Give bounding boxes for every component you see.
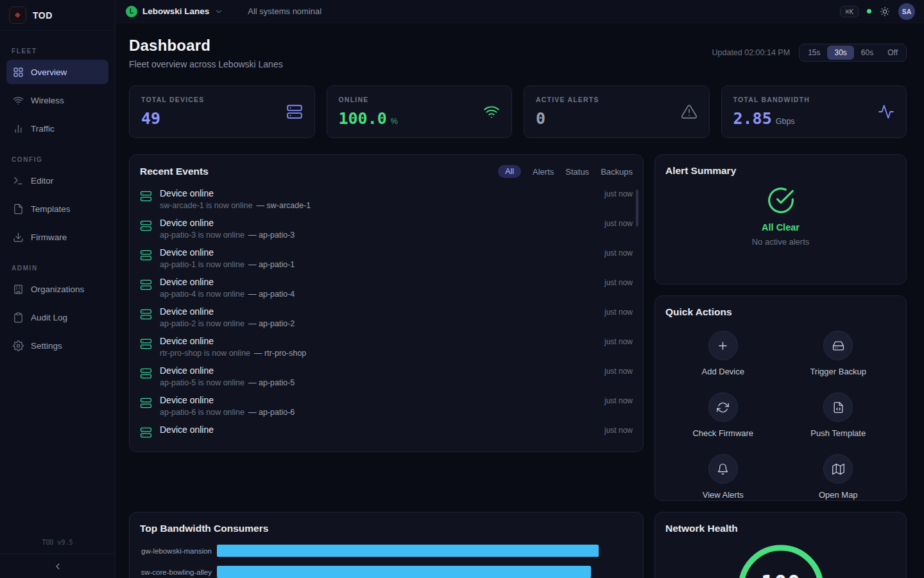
event-detail: rtr-pro-shop is now online — [160, 349, 250, 358]
network-health-gauge: 100 — [665, 539, 896, 578]
server-icon — [140, 397, 152, 409]
bandwidth-bar — [217, 545, 599, 557]
event-row[interactable]: Device online ap-patio-5 is now online— … — [140, 362, 633, 391]
quick-action-push-template[interactable]: Push Template — [781, 392, 896, 438]
map-icon — [832, 463, 844, 475]
events-scrollbar[interactable] — [636, 189, 638, 227]
event-detail: sw-arcade-1 is now online — [160, 201, 253, 210]
theme-toggle-sun-icon[interactable] — [880, 6, 890, 17]
event-row[interactable]: Device online just now — [140, 421, 633, 450]
event-row[interactable]: Device online sw-arcade-1 is now online—… — [140, 184, 633, 214]
hard-drive-icon — [832, 340, 844, 352]
tab-all[interactable]: All — [498, 165, 521, 178]
event-title: Device online — [160, 247, 597, 258]
refresh-option-60s[interactable]: 60s — [854, 46, 880, 60]
refresh-option-off[interactable]: Off — [880, 46, 905, 60]
stat-card-active-alerts: ACTIVE ALERTS 0 — [524, 85, 710, 138]
stat-value: 0 — [536, 109, 545, 128]
sidebar-item-overview[interactable]: Overview — [6, 60, 108, 84]
tab-alerts[interactable]: Alerts — [533, 167, 554, 177]
event-row[interactable]: Device online ap-patio-6 is now online— … — [140, 391, 633, 421]
quick-action-add-device[interactable]: Add Device — [665, 331, 781, 376]
page-title: Dashboard — [129, 37, 283, 55]
sidebar-item-organizations[interactable]: Organizations — [6, 277, 108, 301]
quick-action-check-firmware[interactable]: Check Firmware — [665, 392, 781, 438]
bandwidth-bar-row: sw-core-bowling-alley — [140, 566, 633, 578]
app-name: TOD — [33, 10, 53, 21]
topbar-right: ⌘K SA — [840, 3, 915, 20]
server-icon — [140, 249, 152, 261]
sidebar-item-label: Overview — [31, 67, 67, 77]
plus-icon — [717, 340, 729, 352]
sidebar-item-label: Templates — [31, 204, 71, 214]
event-row[interactable]: Device online ap-patio-2 is now online— … — [140, 302, 633, 332]
sidebar-item-audit-log[interactable]: Audit Log — [6, 305, 108, 329]
server-icon — [140, 367, 152, 380]
bandwidth-bar-row: gw-lebowski-mansion — [140, 545, 633, 557]
tab-status[interactable]: Status — [565, 167, 589, 177]
event-time: just now — [604, 189, 633, 198]
wifi-icon — [483, 103, 500, 120]
event-title: Device online — [160, 306, 597, 317]
top-bandwidth-card: Top Bandwidth Consumers gw-lebowski-mans… — [129, 512, 644, 578]
event-detail: ap-patio-2 is now online — [160, 319, 244, 328]
stat-label: TOTAL BANDWIDTH — [733, 96, 810, 103]
event-row[interactable]: Device online ap-patio-1 is now online— … — [140, 243, 633, 273]
event-row[interactable]: Device online ap-patio-3 is now online— … — [140, 214, 633, 243]
stats-row: TOTAL DEVICES 49 ONLINE 100.0 % — [129, 85, 907, 138]
page-subtitle: Fleet overview across Lebowski Lanes — [129, 59, 283, 69]
quick-action-open-map[interactable]: Open Map — [781, 454, 896, 500]
tab-backups[interactable]: Backups — [601, 167, 633, 177]
chevron-left-icon — [53, 561, 63, 572]
org-switcher[interactable]: L Lebowski Lanes — [126, 6, 223, 17]
stat-label: ACTIVE ALERTS — [536, 96, 599, 103]
building-icon — [13, 284, 24, 295]
sidebar-item-traffic[interactable]: Traffic — [6, 116, 108, 141]
nav-section-config: CONFIG — [12, 156, 103, 163]
sidebar-item-firmware[interactable]: Firmware — [6, 225, 108, 249]
event-device-tag: — ap-patio-6 — [248, 408, 295, 417]
event-time: just now — [604, 337, 633, 346]
logo-diamond-icon — [9, 6, 26, 24]
org-badge: L — [126, 6, 137, 17]
event-title: Device online — [160, 365, 597, 376]
user-avatar[interactable]: SA — [898, 3, 915, 20]
event-detail: ap-patio-5 is now online — [160, 378, 244, 387]
server-icon — [140, 338, 152, 350]
sidebar-item-wireless[interactable]: Wireless — [6, 88, 108, 112]
quick-action-view-alerts[interactable]: View Alerts — [665, 454, 781, 500]
quick-action-label: Trigger Backup — [810, 367, 866, 376]
app-logo: TOD — [0, 0, 115, 31]
sidebar-item-templates[interactable]: Templates — [6, 197, 108, 221]
event-detail: ap-patio-3 is now online — [160, 231, 244, 240]
topbar: L Lebowski Lanes All systems nominal ⌘K … — [116, 0, 924, 23]
refresh-option-15s[interactable]: 15s — [801, 46, 827, 60]
status-dot — [867, 9, 871, 13]
sidebar-item-settings[interactable]: Settings — [6, 333, 108, 358]
server-icon — [140, 308, 152, 320]
quick-action-label: Push Template — [810, 428, 866, 438]
terminal-icon — [13, 175, 24, 186]
sidebar-item-label: Traffic — [31, 124, 55, 134]
event-device-tag: — rtr-pro-shop — [254, 349, 306, 358]
sidebar-item-label: Audit Log — [31, 313, 67, 322]
event-title: Device online — [160, 218, 597, 228]
sidebar-item-label: Editor — [31, 176, 53, 186]
event-time: just now — [604, 396, 633, 405]
stat-label: ONLINE — [339, 96, 398, 103]
event-detail: ap-patio-4 is now online — [160, 290, 244, 299]
command-palette-shortcut[interactable]: ⌘K — [840, 6, 859, 17]
server-icon — [140, 279, 152, 291]
quick-actions-card: Quick Actions Add Device Trigger Backup — [654, 295, 907, 501]
sidebar: TOD FLEET Overview Wireless Traffic CONF… — [0, 0, 116, 578]
quick-action-trigger-backup[interactable]: Trigger Backup — [781, 331, 896, 376]
event-time: just now — [604, 219, 633, 228]
nav-section-fleet: FLEET — [12, 48, 103, 55]
event-row[interactable]: Device online rtr-pro-shop is now online… — [140, 332, 633, 362]
sidebar-item-editor[interactable]: Editor — [6, 168, 108, 193]
event-device-tag: — sw-arcade-1 — [257, 201, 311, 210]
refresh-option-30s[interactable]: 30s — [827, 46, 853, 60]
sidebar-collapse-button[interactable] — [0, 554, 115, 578]
event-row[interactable]: Device online ap-patio-4 is now online— … — [140, 273, 633, 302]
stat-value: 2.85 — [733, 109, 772, 128]
